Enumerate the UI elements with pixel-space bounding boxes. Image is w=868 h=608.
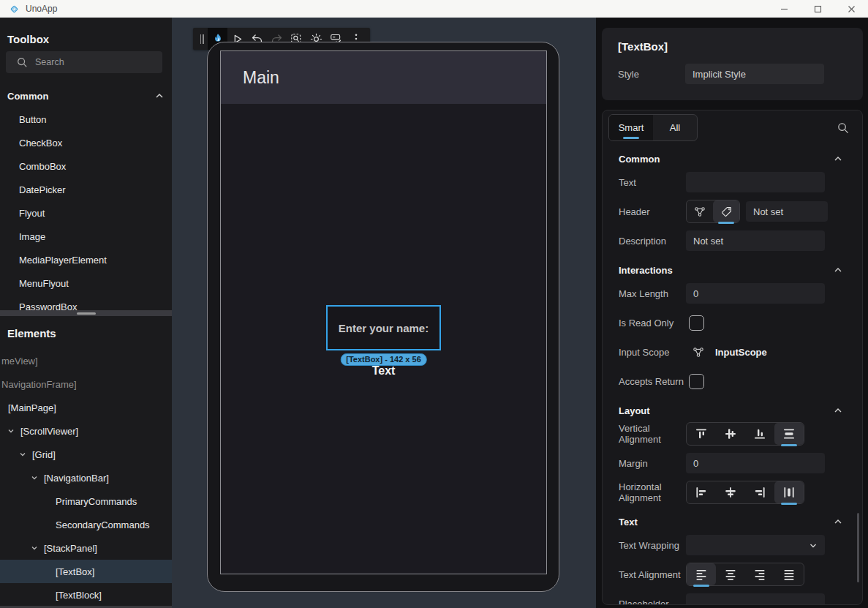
close-button[interactable] <box>834 0 868 18</box>
valign-center-button[interactable] <box>716 423 745 445</box>
section-header-common[interactable]: Common <box>603 150 862 168</box>
textblock-element[interactable]: Text <box>372 364 396 378</box>
drag-handle-icon[interactable] <box>197 28 206 50</box>
literal-value-button[interactable] <box>713 200 739 222</box>
scrollbar-thumb[interactable] <box>857 513 859 582</box>
property-row-description: Description <box>603 226 862 255</box>
toolbox-item-mediaplayerelement[interactable]: MediaPlayerElement <box>0 248 172 271</box>
app-title: UnoApp <box>26 4 57 14</box>
elements-tree: meView] NavigationFrame] [MainPage] [Scr… <box>0 349 172 607</box>
chevron-down-icon[interactable] <box>30 544 39 552</box>
section-header-text[interactable]: Text <box>603 513 862 530</box>
style-row: Style <box>618 64 847 84</box>
align-bottom-icon <box>752 427 767 441</box>
tree-item-textbox[interactable]: [TextBox] <box>0 560 172 583</box>
chevron-down-icon[interactable] <box>7 427 15 435</box>
app-navbar[interactable]: Main <box>221 51 546 104</box>
tree-item-textblock[interactable]: [TextBlock] <box>0 583 172 607</box>
elements-title: Elements <box>7 327 56 339</box>
property-grid: Smart All Common Text Header <box>602 110 863 605</box>
toolbox-item-menuflyout[interactable]: MenuFlyout <box>0 271 172 295</box>
toolbox-item-flyout[interactable]: Flyout <box>0 201 172 225</box>
chevron-up-icon <box>833 265 843 275</box>
device-screen[interactable]: Main Enter your name: [TextBox] - 142 x … <box>220 50 547 574</box>
toolbox-item-combobox[interactable]: ComboBox <box>0 154 172 178</box>
maximize-button[interactable] <box>801 0 834 18</box>
text-wrapping-dropdown[interactable] <box>686 535 825 555</box>
halign-center-button[interactable] <box>716 481 745 503</box>
chevron-down-icon[interactable] <box>18 450 27 459</box>
text-input[interactable] <box>686 172 825 192</box>
tree-item-stackpanel[interactable]: [StackPanel] <box>0 536 172 560</box>
valign-bottom-button[interactable] <box>745 423 774 445</box>
tab-all[interactable]: All <box>653 115 697 140</box>
text-align-left-button[interactable] <box>687 563 716 585</box>
tree-item-grid[interactable]: [Grid] <box>0 443 172 466</box>
selected-textbox[interactable]: Enter your name: <box>326 305 441 350</box>
align-hstretch-icon <box>782 485 796 500</box>
align-vstretch-icon <box>782 427 796 441</box>
device-frame: Main Enter your name: [TextBox] - 142 x … <box>207 42 559 592</box>
tree-item-navigationbar[interactable]: [NavigationBar] <box>0 466 172 489</box>
toolbox-item-checkbox[interactable]: CheckBox <box>0 131 172 154</box>
inspector-header-card: [TextBox] Style <box>602 28 863 100</box>
accepts-return-checkbox[interactable] <box>689 374 704 389</box>
tree-item-mainpage[interactable]: [MainPage] <box>0 396 172 419</box>
valign-stretch-button[interactable] <box>774 423 804 445</box>
minimize-icon <box>780 5 788 13</box>
valign-top-button[interactable] <box>687 423 716 445</box>
toolbox-list: Button CheckBox ComboBox DatePicker Flyo… <box>0 108 172 318</box>
halign-left-button[interactable] <box>687 481 716 503</box>
tag-icon <box>720 206 733 218</box>
app-window: UnoApp Toolbox Common Button CheckBox <box>0 0 868 608</box>
splitter-handle[interactable] <box>77 312 96 315</box>
section-header-interactions[interactable]: Interactions <box>603 261 862 279</box>
halign-stretch-button[interactable] <box>774 481 804 503</box>
chevron-down-icon[interactable] <box>30 473 39 482</box>
text-align-justify-button[interactable] <box>774 563 804 585</box>
horizontal-alignment-toggle-group <box>686 481 804 504</box>
is-read-only-checkbox[interactable] <box>689 315 704 331</box>
binding-mode-button[interactable] <box>687 200 713 222</box>
toolbox-title: Toolbox <box>7 33 49 45</box>
max-length-input[interactable] <box>686 283 825 304</box>
toolbox-item-button[interactable]: Button <box>0 108 172 131</box>
inspector-tabs: Smart All <box>608 114 698 141</box>
panel-splitter[interactable] <box>0 310 172 316</box>
binding-icon <box>693 205 706 218</box>
tree-item-frameview[interactable]: meView] <box>0 349 172 372</box>
chevron-up-icon <box>833 405 843 416</box>
header-input[interactable] <box>746 201 828 222</box>
uno-logo-icon <box>9 4 20 15</box>
property-row-placeholder: Placeholder <box>603 589 862 604</box>
tree-item-scrollviewer[interactable]: [ScrollViewer] <box>0 419 172 443</box>
tree-item-secondarycommands[interactable]: SecondaryCommands <box>0 513 172 536</box>
property-row-text: Text <box>603 168 862 197</box>
description-input[interactable] <box>686 230 825 251</box>
search-input[interactable] <box>35 57 145 67</box>
style-input[interactable] <box>685 64 824 84</box>
chevron-up-icon <box>833 517 843 527</box>
halign-right-button[interactable] <box>745 481 774 503</box>
binding-icon[interactable] <box>692 345 705 359</box>
toolbox-search[interactable] <box>6 51 162 73</box>
toolbox-item-image[interactable]: Image <box>0 225 172 248</box>
toolbox-item-datepicker[interactable]: DatePicker <box>0 178 172 201</box>
text-align-center-button[interactable] <box>716 563 745 585</box>
input-scope-value[interactable]: InputScope <box>715 347 767 358</box>
tree-item-primarycommands[interactable]: PrimaryCommands <box>0 489 172 513</box>
toolbox-group-common[interactable]: Common <box>7 88 165 104</box>
chevron-up-icon <box>154 91 165 101</box>
chevron-down-icon <box>809 541 818 550</box>
tree-item-navigationframe[interactable]: NavigationFrame] <box>0 372 172 396</box>
placeholder-input[interactable] <box>686 593 825 604</box>
section-header-layout[interactable]: Layout <box>603 402 862 419</box>
margin-input[interactable] <box>686 453 825 473</box>
maximize-icon <box>814 5 822 13</box>
align-hcenter-icon <box>723 485 738 500</box>
tab-smart[interactable]: Smart <box>609 115 653 140</box>
text-align-right-button[interactable] <box>745 563 774 585</box>
search-icon[interactable] <box>837 121 849 134</box>
minimize-button[interactable] <box>767 0 801 18</box>
design-canvas[interactable]: Main Enter your name: [TextBox] - 142 x … <box>172 18 596 608</box>
